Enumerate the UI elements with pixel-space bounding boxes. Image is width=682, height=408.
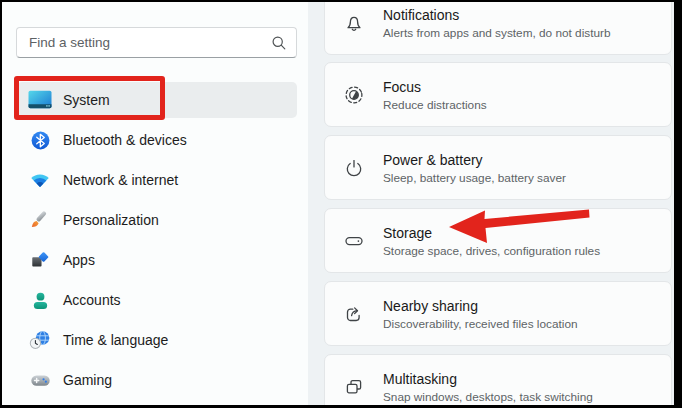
main-panel: Notifications Alerts from apps and syste… [308,2,674,405]
gaming-icon [28,368,52,392]
sidebar-item-time-language[interactable]: Time & language [17,322,297,358]
sidebar-item-label: Gaming [63,372,112,388]
sidebar-item-label: Accounts [63,292,121,308]
power-icon [342,156,366,180]
focus-icon [342,83,366,107]
card-title: Power & battery [383,150,566,168]
storage-icon [342,229,366,253]
card-title: Focus [383,77,487,95]
sidebar-item-label: System [63,92,110,108]
card-subtitle: Reduce distractions [383,97,487,112]
network-icon [28,168,52,192]
time-language-icon [28,328,52,352]
sidebar-item-system[interactable]: System [17,82,297,118]
sidebar: System Bluetooth & devices Network & int… [2,2,308,405]
card-subtitle: Storage space, drives, configuration rul… [383,243,600,258]
accounts-icon [28,288,52,312]
sidebar-item-apps[interactable]: Apps [17,242,297,278]
sidebar-item-label: Network & internet [63,172,178,188]
settings-card-multitasking[interactable]: Multitasking Snap windows, desktops, tas… [324,354,672,405]
sidebar-item-label: Apps [63,252,95,268]
sidebar-item-personalization[interactable]: Personalization [17,202,297,238]
multitasking-icon [342,375,366,399]
sidebar-item-network-internet[interactable]: Network & internet [17,162,297,198]
card-subtitle: Discoverability, received files location [383,316,578,331]
settings-card-storage[interactable]: Storage Storage space, drives, configura… [324,208,672,273]
sidebar-item-bluetooth-devices[interactable]: Bluetooth & devices [17,122,297,158]
personalization-icon [28,208,52,232]
card-title: Storage [383,223,600,241]
settings-card-focus[interactable]: Focus Reduce distractions [324,62,672,127]
card-subtitle: Alerts from apps and system, do not dist… [383,25,611,40]
sidebar-item-accounts[interactable]: Accounts [17,282,297,318]
card-title: Multitasking [383,369,593,387]
system-icon [28,88,52,112]
bell-icon [342,11,366,35]
sidebar-nav: System Bluetooth & devices Network & int… [2,2,308,405]
settings-card-notifications[interactable]: Notifications Alerts from apps and syste… [324,2,672,55]
nearby-sharing-icon [342,302,366,326]
settings-card-nearby-sharing[interactable]: Nearby sharing Discoverability, received… [324,281,672,346]
settings-window: System Bluetooth & devices Network & int… [0,0,682,408]
card-subtitle: Sleep, battery usage, battery saver [383,170,566,185]
sidebar-item-label: Bluetooth & devices [63,132,187,148]
sidebar-item-gaming[interactable]: Gaming [17,362,297,398]
card-title: Notifications [383,5,611,23]
apps-icon [28,248,52,272]
sidebar-item-label: Time & language [63,332,168,348]
bluetooth-icon [28,128,52,152]
settings-card-power-battery[interactable]: Power & battery Sleep, battery usage, ba… [324,135,672,200]
card-subtitle: Snap windows, desktops, task switching [383,389,593,404]
settings-content: System Bluetooth & devices Network & int… [2,2,674,405]
sidebar-item-label: Personalization [63,212,159,228]
card-title: Nearby sharing [383,296,578,314]
